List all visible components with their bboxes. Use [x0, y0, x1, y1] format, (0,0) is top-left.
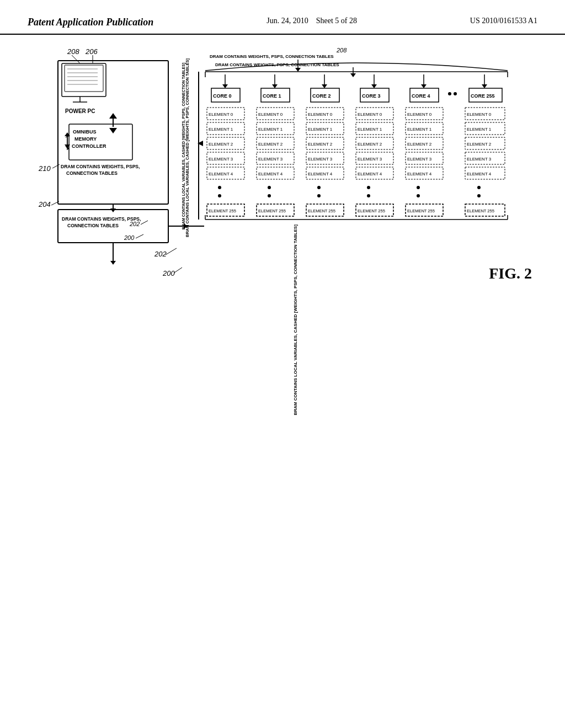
svg-text:ELEMENT 2: ELEMENT 2 — [407, 142, 432, 147]
svg-text:ELEMENT 2: ELEMENT 2 — [358, 142, 382, 147]
svg-point-105 — [317, 194, 321, 197]
svg-text:208: 208 — [336, 47, 347, 53]
publication-number: US 2010/0161533 A1 — [470, 17, 537, 25]
svg-text:BRAM CONTAINS LOCAL VARIABLES,: BRAM CONTAINS LOCAL VARIABLES, CASHED [W… — [182, 63, 186, 229]
svg-point-145 — [454, 92, 457, 95]
svg-text:ELEMENT 0: ELEMENT 0 — [407, 112, 432, 117]
svg-line-1 — [72, 55, 80, 63]
svg-text:ELEMENT 255: ELEMENT 255 — [308, 208, 335, 213]
svg-text:ELEMENT 255: ELEMENT 255 — [407, 208, 435, 213]
svg-line-176 — [136, 234, 143, 238]
svg-text:CORE 255: CORE 255 — [471, 93, 495, 99]
svg-text:208: 208 — [67, 47, 79, 56]
svg-point-123 — [367, 194, 370, 197]
svg-text:ELEMENT 3: ELEMENT 3 — [258, 157, 283, 162]
svg-text:200: 200 — [124, 234, 135, 241]
svg-text:ELEMENT 3: ELEMENT 3 — [407, 157, 432, 162]
svg-text:ELEMENT 3: ELEMENT 3 — [209, 157, 233, 162]
svg-text:CONNECTION TABLES: CONNECTION TABLES — [67, 223, 119, 228]
svg-text:ELEMENT 1: ELEMENT 1 — [467, 127, 492, 132]
svg-marker-91 — [322, 84, 327, 88]
svg-text:CORE 4: CORE 4 — [412, 93, 430, 99]
svg-text:ELEMENT 2: ELEMENT 2 — [308, 142, 333, 147]
svg-text:ELEMENT 255: ELEMENT 255 — [358, 208, 385, 213]
svg-text:ELEMENT 1: ELEMENT 1 — [358, 127, 382, 132]
svg-marker-127 — [421, 84, 427, 88]
svg-point-86 — [268, 186, 271, 189]
svg-marker-28 — [109, 113, 117, 119]
svg-text:DRAM CONTAINS WEIGHTS, PSPS, C: DRAM CONTAINS WEIGHTS, PSPS, CONNECTION … — [210, 54, 334, 59]
svg-text:ELEMENT 1: ELEMENT 1 — [209, 127, 233, 132]
svg-text:ELEMENT 0: ELEMENT 0 — [358, 112, 382, 117]
svg-text:206: 206 — [85, 47, 98, 56]
svg-text:204: 204 — [38, 200, 51, 208]
svg-text:ELEMENT 4: ELEMENT 4 — [358, 172, 382, 176]
svg-text:ELEMENT 0: ELEMENT 0 — [308, 112, 333, 117]
svg-text:202: 202 — [154, 250, 167, 258]
svg-marker-55 — [222, 84, 228, 88]
svg-marker-109 — [371, 84, 377, 88]
svg-marker-147 — [482, 84, 487, 88]
svg-text:ELEMENT 3: ELEMENT 3 — [358, 157, 382, 162]
svg-text:BRAM CONTAINS LOCAL VARIABLES,: BRAM CONTAINS LOCAL VARIABLES, CASHED [W… — [185, 58, 190, 237]
svg-text:DRAM CONTAINS WEIGHTS, PSPS, C: DRAM CONTAINS WEIGHTS, PSPS, CONNECTION … — [215, 62, 339, 67]
svg-text:CORE 0: CORE 0 — [213, 93, 232, 99]
svg-text:ELEMENT 2: ELEMENT 2 — [258, 142, 283, 147]
svg-text:202: 202 — [129, 221, 140, 227]
svg-marker-180 — [350, 73, 356, 77]
svg-text:CORE 3: CORE 3 — [362, 93, 381, 99]
svg-text:DRAM CONTAINS WEIGHTS, PSPS,: DRAM CONTAINS WEIGHTS, PSPS, — [61, 164, 140, 169]
svg-line-43 — [166, 248, 177, 255]
svg-marker-53 — [295, 68, 301, 72]
svg-text:POWER PC: POWER PC — [65, 108, 95, 114]
svg-text:ELEMENT 4: ELEMENT 4 — [258, 172, 283, 176]
svg-point-140 — [417, 186, 420, 189]
svg-text:200: 200 — [162, 269, 175, 277]
svg-text:OMNIBUS: OMNIBUS — [73, 129, 97, 135]
svg-text:ELEMENT 2: ELEMENT 2 — [209, 142, 233, 147]
svg-line-45 — [174, 267, 182, 273]
publication-type: Patent Application Publication — [28, 17, 153, 28]
patent-diagram: 208 206 POWER PC 210 OMNIBUS MEMORY CONT… — [28, 44, 513, 623]
svg-marker-39 — [110, 208, 116, 212]
svg-text:DRAM CONTAINS WEIGHTS, PSPS,: DRAM CONTAINS WEIGHTS, PSPS, — [62, 216, 141, 222]
svg-text:ELEMENT 0: ELEMENT 0 — [467, 112, 492, 117]
svg-text:ELEMENT 255: ELEMENT 255 — [467, 208, 494, 213]
svg-text:ELEMENT 1: ELEMENT 1 — [308, 127, 333, 132]
svg-text:ELEMENT 4: ELEMENT 4 — [308, 172, 333, 176]
svg-point-144 — [448, 92, 451, 95]
svg-marker-49 — [110, 261, 116, 265]
svg-point-68 — [218, 186, 221, 189]
svg-text:ELEMENT 1: ELEMENT 1 — [258, 127, 283, 132]
svg-point-69 — [218, 194, 221, 197]
svg-text:210: 210 — [38, 164, 51, 173]
svg-text:ELEMENT 4: ELEMENT 4 — [407, 172, 432, 176]
svg-point-87 — [268, 194, 271, 197]
svg-point-160 — [477, 186, 481, 189]
svg-text:ELEMENT 2: ELEMENT 2 — [467, 142, 492, 147]
svg-text:ELEMENT 255: ELEMENT 255 — [258, 208, 286, 213]
svg-marker-30 — [109, 128, 117, 133]
svg-text:ELEMENT 0: ELEMENT 0 — [209, 112, 233, 117]
svg-text:ELEMENT 4: ELEMENT 4 — [209, 172, 233, 176]
svg-text:CONNECTION TABLES: CONNECTION TABLES — [66, 170, 118, 176]
svg-text:BRAM CONTAINS LOCAL VARIABLES,: BRAM CONTAINS LOCAL VARIABLES, CASHED [W… — [293, 224, 298, 415]
svg-text:ELEMENT 0: ELEMENT 0 — [258, 112, 283, 117]
publication-date: Jun. 24, 2010 Sheet 5 of 28 — [266, 17, 357, 25]
svg-text:ELEMENT 4: ELEMENT 4 — [467, 172, 492, 176]
svg-line-16 — [52, 164, 60, 168]
svg-point-122 — [367, 186, 370, 189]
svg-point-104 — [317, 186, 321, 189]
svg-text:ELEMENT 3: ELEMENT 3 — [467, 157, 492, 162]
svg-point-141 — [417, 194, 420, 197]
svg-marker-73 — [272, 84, 278, 88]
svg-text:ELEMENT 255: ELEMENT 255 — [209, 208, 236, 213]
svg-line-174 — [141, 221, 148, 224]
svg-text:CORE 1: CORE 1 — [263, 93, 281, 99]
svg-text:CONTROLLER: CONTROLLER — [72, 143, 106, 149]
svg-text:ELEMENT 3: ELEMENT 3 — [308, 157, 333, 162]
page-header: Patent Application Publication Jun. 24, … — [0, 0, 565, 35]
svg-text:MEMORY: MEMORY — [74, 136, 97, 142]
svg-text:CORE 2: CORE 2 — [312, 93, 331, 99]
svg-point-161 — [477, 194, 481, 197]
